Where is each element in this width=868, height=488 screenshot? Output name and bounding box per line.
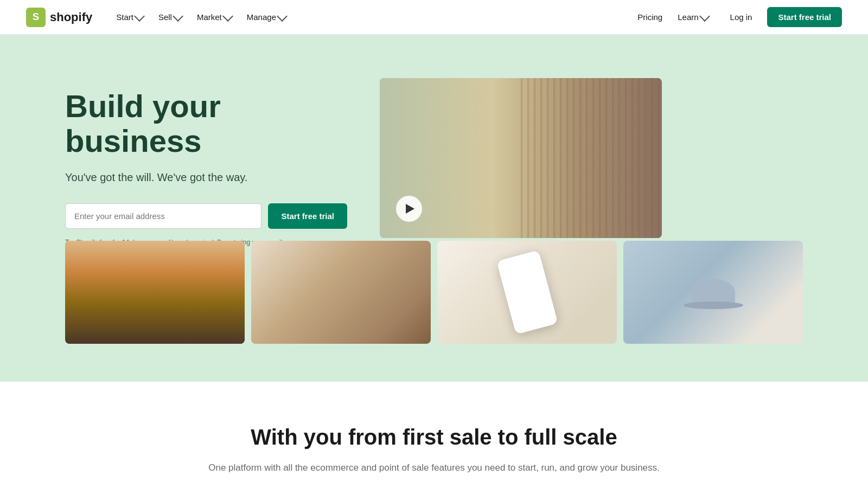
chevron-down-icon <box>699 11 710 22</box>
navigation: S shopify Start Sell Market Manage <box>0 0 868 35</box>
hero-right <box>380 78 803 238</box>
login-link[interactable]: Log in <box>724 8 759 26</box>
phone-shape <box>496 250 558 335</box>
hero-content: Build your business You've got the will.… <box>65 67 803 257</box>
hero-title: Build your business <box>65 89 347 158</box>
nav-link-start[interactable]: Start <box>110 8 150 26</box>
hat-brim <box>684 301 743 309</box>
play-button[interactable] <box>396 196 422 222</box>
email-input[interactable] <box>65 203 261 229</box>
logo[interactable]: S shopify <box>26 8 92 27</box>
below-fold-subtitle: One platform with all the ecommerce and … <box>65 460 803 475</box>
craft-image <box>251 241 431 344</box>
grid-image-craft <box>251 241 431 344</box>
hat-shape <box>692 279 735 306</box>
logo-icon: S <box>26 8 46 27</box>
nav-right: Pricing Learn Log in Start free trial <box>631 7 842 27</box>
hero-subtitle: You've got the will. We've got the way. <box>65 171 347 184</box>
nav-link-pricing[interactable]: Pricing <box>631 8 669 26</box>
hero-main-image <box>380 78 662 238</box>
nav-right-links: Pricing Learn <box>631 8 714 26</box>
hero-form: Start free trial <box>65 203 347 229</box>
grid-image-hat <box>623 241 803 344</box>
nav-link-manage[interactable]: Manage <box>240 8 292 26</box>
nav-link-market[interactable]: Market <box>190 8 238 26</box>
logo-text: shopify <box>50 10 92 24</box>
below-fold-section: With you from first sale to full scale O… <box>0 382 868 488</box>
nav-link-learn[interactable]: Learn <box>671 8 714 26</box>
play-icon <box>406 204 414 214</box>
grid-image-warehouse <box>65 241 245 344</box>
hat-image <box>623 241 803 344</box>
chevron-down-icon <box>134 11 145 22</box>
chevron-down-icon <box>277 11 288 22</box>
image-grid <box>65 241 803 365</box>
grid-image-mobile <box>437 241 617 344</box>
warehouse-image <box>65 241 245 344</box>
hero-cta-button[interactable]: Start free trial <box>268 203 347 229</box>
hero-section: Build your business You've got the will.… <box>0 35 868 382</box>
chevron-down-icon <box>222 11 233 22</box>
hero-left: Build your business You've got the will.… <box>65 67 347 257</box>
nav-links: Start Sell Market Manage <box>110 8 292 26</box>
chevron-down-icon <box>173 11 183 22</box>
nav-cta-button[interactable]: Start free trial <box>767 7 842 27</box>
below-fold-title: With you from first sale to full scale <box>65 425 803 450</box>
mobile-image <box>437 241 617 344</box>
nav-link-sell[interactable]: Sell <box>152 8 188 26</box>
nav-left: S shopify Start Sell Market Manage <box>26 8 292 27</box>
